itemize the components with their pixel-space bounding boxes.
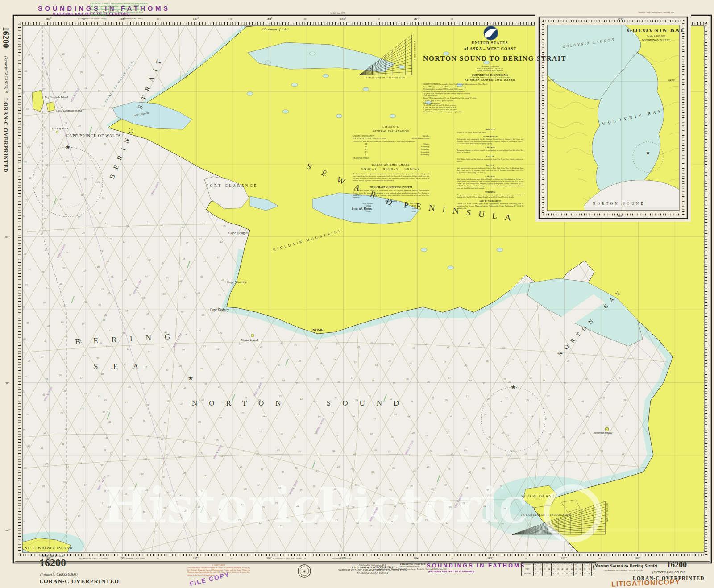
sounding-value: 29 [128,385,131,388]
sounding-value: 23 [240,465,242,468]
sounding-value: 12 [123,455,126,457]
sounding-value: 22 [166,491,169,494]
sounding-value: 33 [373,417,376,420]
sounding-value: 33 [100,250,103,253]
sounding-value: 12 [84,87,87,89]
abbreviations-block: F. fixed Mo.(A) morse code OBSC. obscure… [423,86,557,113]
lon-label-bottom: 162° [561,556,567,560]
sounding-value: 33 [104,143,106,145]
sounding-value: 41 [183,387,186,389]
sounding-value: 27 [182,349,185,352]
bottom-paren-sub: SOUNDINGS IN FATHOMS – SCALE 1:400,000 [597,570,651,572]
sounding-value: 31 [105,436,108,439]
sounding-value: 18 [143,419,145,422]
microseconds-label-bottom: MICROSECONDS [606,503,608,522]
sounding-value: 35 [28,54,30,57]
sounding-value: 17 [78,430,81,433]
sounding-value: 41 [581,400,584,403]
sounding-value: 41 [500,400,503,403]
sounding-value: 31 [430,450,432,452]
place-st-lawrence-island: ST. LAWRENCE ISLAND [25,546,73,550]
bottom-left-formerly: (formerly C&GS 9380) [40,572,78,576]
sounding-value: 20 [60,106,63,109]
sounding-value: 20 [244,488,247,490]
sounding-value: 23 [243,358,246,361]
sounding-value: 35 [564,382,566,385]
sounding-value: 12 [356,522,359,524]
lon-label-bottom: 168° [119,556,125,560]
sounding-value: 21 [145,489,148,491]
sounding-value: 35 [393,382,395,385]
sounding-value: 41 [502,347,505,349]
sounding-value: 26 [567,360,569,362]
sounding-value: 33 [144,457,147,460]
sounding-value: 29 [126,225,129,228]
half-tick-top: 30' [378,18,380,20]
sounding-value: 31 [202,222,205,225]
half-tick-top: 30' [304,18,306,20]
sounding-value: 17 [83,55,86,58]
continued-note-top-right: (formerly C&GS 9402) [124,17,143,20]
sounding-value: 17 [351,377,353,379]
sounding-value: 31 [111,276,113,278]
microseconds-label-top: MICROSECONDS [414,41,416,60]
sounding-value: 18 [376,486,378,489]
inset-soundings: SOUNDINGS IN FEET [629,38,683,41]
sounding-value: 21 [104,448,106,451]
sounding-value: 29 [83,446,85,448]
sounding-value: 27 [506,362,509,365]
sounding-value: 33 [98,303,101,306]
sounding-value: 18 [372,379,374,382]
sounding-value: 20 [64,213,67,216]
sounding-value: 27 [318,416,320,418]
sounding-value: 20 [508,381,511,383]
sounding-value: 20 [66,160,69,162]
lat-label-left: 30' [5,90,9,94]
chart-notes-column: HEIGHTSHeights in feet above Mean High W… [457,127,523,209]
place-fairway-rock: Fairway Rock [52,127,68,130]
lat-label-left: 30' [5,381,9,385]
lon-label-bottom: 167° [193,556,199,560]
title-soundings1: SOUNDINGS IN FATHOMS [423,73,557,76]
bottom-left-overprint: LORAN-C OVERPRINTED [39,578,119,585]
sounding-value: 12 [83,140,85,143]
sounding-value: 17 [81,109,84,112]
sounding-value: 41 [313,400,316,403]
sounding-value: 23 [430,358,433,361]
sounding-value: 18 [97,265,100,268]
sounding-value: 22 [487,398,490,400]
sounding-value: 17 [78,216,80,219]
sounding-value: 27 [320,362,322,365]
sounding-value: 41 [317,507,320,510]
sounding-value: 26 [28,360,30,362]
sounding-value: 33 [375,364,378,366]
sounding-value: 33 [102,410,105,413]
sounding-value: 28 [412,431,415,434]
sounding-value: 20 [203,260,206,263]
sounding-value: 35 [295,382,298,385]
sounding-value: 22 [485,451,488,454]
sounding-value: 22 [27,444,30,447]
sounding-value: 41 [407,507,410,510]
sounding-value: 17 [221,363,224,366]
chart-formerly-vertical: (formerly C&GS 9380) [4,56,8,89]
continued-note-top-left: (CONTINUED ON CHART 16005) [78,17,107,20]
chart-title: NORTON SOUND TO BERING STRAIT [423,54,557,62]
svg-text:★: ★ [511,384,516,390]
sounding-value: 18 [103,319,105,322]
sounding-value: 26 [486,360,488,362]
rates-values: 9990-X 9990-Y 9990-Z [353,167,429,171]
sounding-value: 23 [108,291,110,294]
watermark-word-2: Pictoric [317,477,528,534]
sounding-value: 31 [201,490,203,493]
sounding-value: 26 [26,413,29,416]
sounding-value: 31 [239,343,241,345]
sounding-value: 26 [22,306,25,309]
sounding-value: 17 [217,256,220,259]
sounding-value: 17 [223,310,225,312]
sounding-value: 18 [102,105,105,108]
sounding-value: 22 [25,498,28,501]
formerly-note-bottom: (formerly C&GS 9370) [332,557,351,559]
commerce-seal: ✶ [298,565,311,577]
sounding-value: 26 [488,520,490,523]
